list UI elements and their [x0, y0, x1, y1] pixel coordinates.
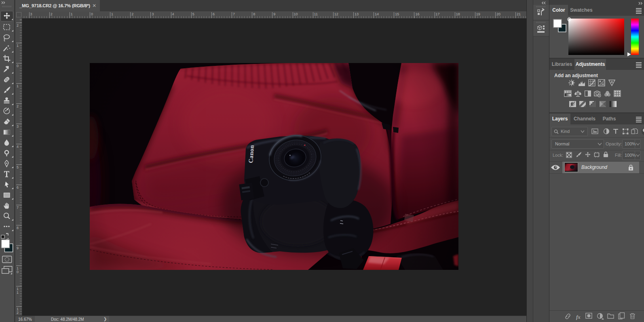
svg-text:fx: fx — [576, 314, 581, 320]
